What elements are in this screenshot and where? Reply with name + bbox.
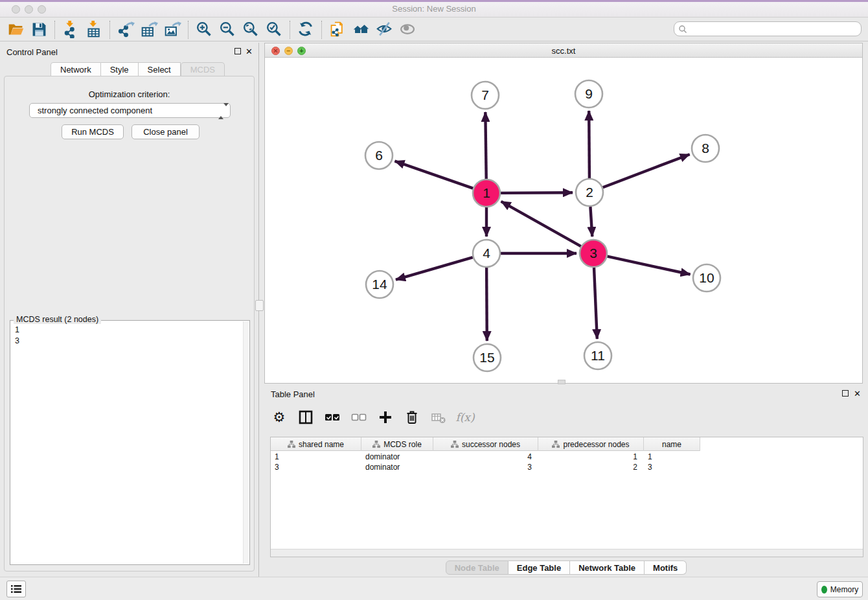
import-table-button[interactable] [82, 19, 106, 40]
svg-text:1: 1 [483, 185, 490, 200]
column-header-MCDS-role[interactable]: MCDS role [361, 437, 433, 451]
edge-3-11[interactable] [594, 268, 597, 339]
network-split-grip[interactable] [558, 380, 565, 384]
zoom-fit-button[interactable] [239, 19, 262, 40]
task-history-button[interactable] [6, 581, 26, 597]
float-panel-icon[interactable] [234, 48, 241, 54]
table-cell[interactable]: 1 [644, 452, 700, 462]
graph-node-15[interactable]: 15 [474, 344, 501, 371]
edge-3-1[interactable] [501, 202, 581, 246]
graph-node-2[interactable]: 2 [576, 179, 603, 206]
toolbar-separator [109, 21, 110, 39]
graph-node-8[interactable]: 8 [692, 135, 719, 162]
search-box[interactable] [674, 21, 862, 36]
import-network-button[interactable] [59, 19, 82, 40]
show-graphics-button[interactable] [396, 19, 419, 40]
refresh-view-button[interactable] [294, 19, 317, 40]
edge-1-6[interactable] [395, 161, 474, 189]
show-columns-button[interactable] [297, 409, 314, 426]
column-header-shared-name[interactable]: shared name [271, 437, 361, 451]
clone-network-button[interactable] [326, 19, 349, 40]
float-table-panel-icon[interactable] [842, 390, 849, 397]
table-cell[interactable]: 3 [433, 462, 538, 472]
export-network-button[interactable] [114, 19, 137, 40]
edge-2-8[interactable] [603, 154, 690, 187]
tab-style[interactable]: Style [101, 62, 139, 76]
close-panel-icon[interactable]: ✕ [246, 47, 253, 56]
toolbar-separator [54, 21, 55, 39]
open-session-button[interactable] [4, 19, 27, 40]
zoom-out-button[interactable] [216, 19, 239, 40]
tab-node-table[interactable]: Node Table [446, 560, 508, 575]
close-table-panel-icon[interactable]: ✕ [854, 389, 861, 398]
table-panel: Table Panel ✕ ⚙f(x) shared nameMCDS role… [264, 385, 868, 577]
run-mcds-button[interactable]: Run MCDS [62, 124, 124, 139]
graph-node-14[interactable]: 14 [366, 271, 393, 298]
create-column-button[interactable] [377, 409, 394, 426]
tab-network[interactable]: Network [51, 62, 101, 76]
mcds-result-list[interactable]: 13 [15, 325, 19, 347]
network-canvas[interactable]: 7 9 6 8 1 2 4 3 14 10 15 11 [265, 58, 862, 383]
graph-node-4[interactable]: 4 [473, 240, 500, 267]
graph-node-9[interactable]: 9 [575, 80, 602, 108]
eye-slash-icon [376, 21, 393, 38]
table-cell[interactable]: 1 [538, 452, 644, 462]
result-scrollbar[interactable] [243, 321, 249, 564]
edge-4-14[interactable] [396, 257, 473, 280]
table-cell[interactable]: 1 [271, 452, 361, 462]
memory-button[interactable]: Memory [817, 581, 863, 597]
panel-divider-grip[interactable] [255, 300, 264, 311]
deselect-all-columns-button[interactable] [350, 409, 367, 426]
select-all-columns-button[interactable] [324, 409, 341, 426]
column-header-predecessor-nodes[interactable]: predecessor nodes [538, 437, 644, 451]
graph-node-11[interactable]: 11 [584, 342, 611, 369]
export-table-button[interactable] [137, 19, 161, 40]
houses-button[interactable] [349, 19, 372, 40]
tab-network-table[interactable]: Network Table [570, 560, 645, 575]
graph-node-10[interactable]: 10 [693, 264, 720, 292]
table-cell[interactable]: dominator [361, 452, 433, 462]
edge-4-15[interactable] [486, 268, 487, 341]
table-row[interactable]: 1dominator411 [271, 452, 700, 462]
network-window-titlebar[interactable]: ✕ − + scc.txt [265, 43, 862, 58]
tab-mcds[interactable]: MCDS [181, 62, 225, 76]
delete-column-button[interactable] [404, 409, 420, 426]
table-cell[interactable]: dominator [361, 462, 433, 472]
optimization-criterion-select[interactable]: strongly connected component [29, 103, 231, 118]
svg-text:8: 8 [702, 141, 709, 156]
edge-1-7[interactable] [485, 112, 486, 179]
tab-select[interactable]: Select [139, 62, 181, 76]
edge-2-3[interactable] [590, 207, 592, 237]
close-panel-button[interactable]: Close panel [131, 124, 200, 139]
table-cell[interactable]: 3 [271, 462, 361, 472]
graph-node-7[interactable]: 7 [472, 82, 499, 109]
columns-icon [298, 410, 314, 425]
edge-1-2[interactable] [501, 192, 573, 193]
graph-node-3[interactable]: 3 [580, 240, 607, 267]
network-graph[interactable]: 7 9 6 8 1 2 4 3 14 10 15 11 [265, 58, 862, 383]
tab-motifs[interactable]: Motifs [645, 560, 687, 575]
save-session-button[interactable] [27, 19, 51, 40]
search-icon [678, 25, 687, 34]
table-cell[interactable]: 4 [433, 452, 538, 462]
column-header-successor-nodes[interactable]: successor nodes [433, 437, 538, 451]
table-hscrollbar[interactable] [271, 549, 863, 557]
export-image-button[interactable] [161, 19, 184, 40]
column-header-name[interactable]: name [644, 437, 700, 451]
table-row[interactable]: 3dominator323 [271, 462, 700, 472]
hide-graphics-button[interactable] [372, 19, 396, 40]
tree-icon [451, 441, 459, 448]
graph-node-6[interactable]: 6 [365, 142, 393, 169]
edge-3-10[interactable] [608, 257, 691, 275]
tab-edge-table[interactable]: Edge Table [508, 560, 570, 575]
table-settings-button[interactable]: ⚙ [271, 409, 288, 426]
search-input[interactable] [687, 23, 861, 35]
edge-2-9[interactable] [589, 111, 589, 178]
table-cell[interactable]: 3 [644, 462, 700, 472]
mcds-result-value: 1 [15, 325, 19, 336]
zoom-in-button[interactable] [192, 19, 216, 40]
table-cell[interactable]: 2 [538, 462, 644, 472]
graph-node-1[interactable]: 1 [473, 179, 500, 207]
svg-text:15: 15 [479, 350, 494, 365]
zoom-selected-button[interactable] [262, 19, 286, 40]
